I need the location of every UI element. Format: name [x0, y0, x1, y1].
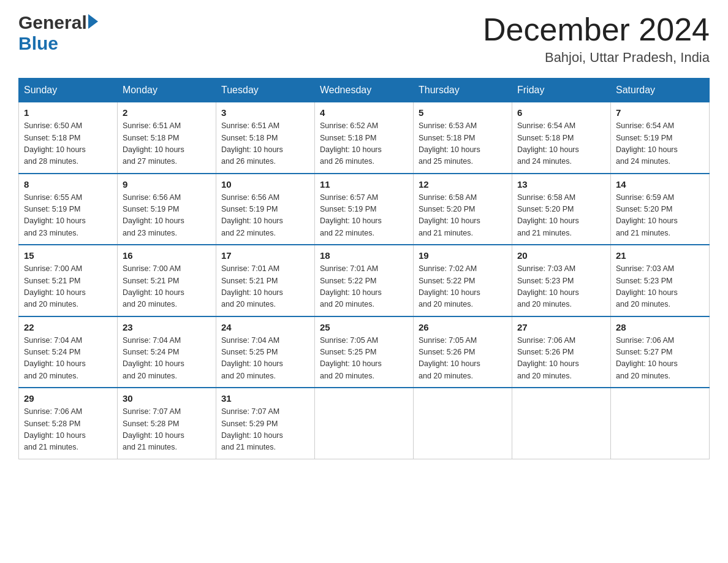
table-row: 25Sunrise: 7:05 AMSunset: 5:25 PMDayligh… [315, 316, 414, 388]
calendar-week-3: 15Sunrise: 7:00 AMSunset: 5:21 PMDayligh… [19, 245, 710, 316]
day-info: Sunrise: 6:56 AMSunset: 5:19 PMDaylight:… [123, 192, 211, 240]
day-info: Sunrise: 6:55 AMSunset: 5:19 PMDaylight:… [24, 192, 112, 240]
table-row: 16Sunrise: 7:00 AMSunset: 5:21 PMDayligh… [118, 245, 216, 316]
day-info: Sunrise: 7:04 AMSunset: 5:25 PMDaylight:… [221, 335, 309, 383]
month-title: December 2024 [483, 12, 710, 47]
calendar-week-4: 22Sunrise: 7:04 AMSunset: 5:24 PMDayligh… [19, 316, 710, 388]
day-number: 19 [419, 250, 507, 261]
table-row: 4Sunrise: 6:52 AMSunset: 5:18 PMDaylight… [315, 102, 414, 174]
day-info: Sunrise: 7:04 AMSunset: 5:24 PMDaylight:… [24, 335, 112, 383]
day-info: Sunrise: 7:07 AMSunset: 5:29 PMDaylight:… [221, 406, 309, 454]
logo-blue-text: Blue [18, 33, 58, 54]
table-row: 30Sunrise: 7:07 AMSunset: 5:28 PMDayligh… [118, 388, 216, 459]
table-row: 28Sunrise: 7:06 AMSunset: 5:27 PMDayligh… [611, 316, 710, 388]
day-info: Sunrise: 6:58 AMSunset: 5:20 PMDaylight:… [419, 192, 507, 240]
day-number: 18 [320, 250, 408, 261]
day-number: 17 [221, 250, 309, 261]
day-info: Sunrise: 6:58 AMSunset: 5:20 PMDaylight:… [517, 192, 605, 240]
day-number: 26 [419, 322, 507, 332]
day-number: 27 [517, 322, 605, 332]
day-info: Sunrise: 7:01 AMSunset: 5:22 PMDaylight:… [320, 263, 408, 311]
weekday-header-row: SundayMondayTuesdayWednesdayThursdayFrid… [19, 79, 710, 102]
day-number: 7 [616, 107, 704, 118]
table-row: 5Sunrise: 6:53 AMSunset: 5:18 PMDaylight… [414, 102, 512, 174]
day-number: 2 [123, 107, 211, 118]
table-row [611, 388, 710, 459]
page-header: General Blue December 2024 Bahjoi, Uttar… [18, 12, 710, 66]
weekday-header-sunday: Sunday [19, 79, 118, 102]
day-number: 3 [221, 107, 309, 118]
day-info: Sunrise: 7:00 AMSunset: 5:21 PMDaylight:… [123, 263, 211, 311]
day-number: 20 [517, 250, 605, 261]
day-number: 25 [320, 322, 408, 332]
table-row: 26Sunrise: 7:05 AMSunset: 5:26 PMDayligh… [414, 316, 512, 388]
calendar-table: SundayMondayTuesdayWednesdayThursdayFrid… [18, 78, 710, 459]
day-info: Sunrise: 7:06 AMSunset: 5:28 PMDaylight:… [24, 406, 112, 454]
table-row: 22Sunrise: 7:04 AMSunset: 5:24 PMDayligh… [19, 316, 118, 388]
day-info: Sunrise: 6:57 AMSunset: 5:19 PMDaylight:… [320, 192, 408, 240]
logo: General Blue [18, 12, 98, 54]
day-info: Sunrise: 7:05 AMSunset: 5:26 PMDaylight:… [419, 335, 507, 383]
day-number: 12 [419, 179, 507, 190]
table-row: 2Sunrise: 6:51 AMSunset: 5:18 PMDaylight… [118, 102, 216, 174]
weekday-header-wednesday: Wednesday [315, 79, 414, 102]
weekday-header-saturday: Saturday [611, 79, 710, 102]
day-info: Sunrise: 6:53 AMSunset: 5:18 PMDaylight:… [419, 120, 507, 168]
day-info: Sunrise: 7:06 AMSunset: 5:26 PMDaylight:… [517, 335, 605, 383]
logo-triangle-icon [88, 14, 98, 29]
table-row [414, 388, 512, 459]
day-number: 11 [320, 179, 408, 190]
table-row: 3Sunrise: 6:51 AMSunset: 5:18 PMDaylight… [216, 102, 315, 174]
day-number: 13 [517, 179, 605, 190]
table-row: 24Sunrise: 7:04 AMSunset: 5:25 PMDayligh… [216, 316, 315, 388]
day-number: 22 [24, 322, 112, 332]
day-number: 29 [24, 393, 112, 404]
day-info: Sunrise: 7:03 AMSunset: 5:23 PMDaylight:… [517, 263, 605, 311]
table-row: 18Sunrise: 7:01 AMSunset: 5:22 PMDayligh… [315, 245, 414, 316]
table-row: 8Sunrise: 6:55 AMSunset: 5:19 PMDaylight… [19, 174, 118, 245]
day-info: Sunrise: 7:07 AMSunset: 5:28 PMDaylight:… [123, 406, 211, 454]
table-row: 19Sunrise: 7:02 AMSunset: 5:22 PMDayligh… [414, 245, 512, 316]
day-info: Sunrise: 7:06 AMSunset: 5:27 PMDaylight:… [616, 335, 704, 383]
table-row: 6Sunrise: 6:54 AMSunset: 5:18 PMDaylight… [512, 102, 611, 174]
calendar-week-1: 1Sunrise: 6:50 AMSunset: 5:18 PMDaylight… [19, 102, 710, 174]
day-info: Sunrise: 7:01 AMSunset: 5:21 PMDaylight:… [221, 263, 309, 311]
title-block: December 2024 Bahjoi, Uttar Pradesh, Ind… [483, 12, 710, 66]
day-info: Sunrise: 6:51 AMSunset: 5:18 PMDaylight:… [221, 120, 309, 168]
weekday-header-monday: Monday [118, 79, 216, 102]
table-row: 13Sunrise: 6:58 AMSunset: 5:20 PMDayligh… [512, 174, 611, 245]
day-number: 21 [616, 250, 704, 261]
day-info: Sunrise: 7:04 AMSunset: 5:24 PMDaylight:… [123, 335, 211, 383]
day-number: 31 [221, 393, 309, 404]
day-info: Sunrise: 6:51 AMSunset: 5:18 PMDaylight:… [123, 120, 211, 168]
location: Bahjoi, Uttar Pradesh, India [483, 50, 710, 66]
calendar-week-2: 8Sunrise: 6:55 AMSunset: 5:19 PMDaylight… [19, 174, 710, 245]
table-row: 23Sunrise: 7:04 AMSunset: 5:24 PMDayligh… [118, 316, 216, 388]
table-row [512, 388, 611, 459]
day-info: Sunrise: 7:00 AMSunset: 5:21 PMDaylight:… [24, 263, 112, 311]
day-info: Sunrise: 7:05 AMSunset: 5:25 PMDaylight:… [320, 335, 408, 383]
table-row: 20Sunrise: 7:03 AMSunset: 5:23 PMDayligh… [512, 245, 611, 316]
table-row: 29Sunrise: 7:06 AMSunset: 5:28 PMDayligh… [19, 388, 118, 459]
weekday-header-friday: Friday [512, 79, 611, 102]
table-row: 12Sunrise: 6:58 AMSunset: 5:20 PMDayligh… [414, 174, 512, 245]
logo-general-text: General [18, 12, 87, 33]
day-info: Sunrise: 6:54 AMSunset: 5:18 PMDaylight:… [517, 120, 605, 168]
day-number: 16 [123, 250, 211, 261]
day-number: 9 [123, 179, 211, 190]
day-info: Sunrise: 6:52 AMSunset: 5:18 PMDaylight:… [320, 120, 408, 168]
table-row: 14Sunrise: 6:59 AMSunset: 5:20 PMDayligh… [611, 174, 710, 245]
day-info: Sunrise: 6:54 AMSunset: 5:19 PMDaylight:… [616, 120, 704, 168]
table-row: 7Sunrise: 6:54 AMSunset: 5:19 PMDaylight… [611, 102, 710, 174]
table-row: 31Sunrise: 7:07 AMSunset: 5:29 PMDayligh… [216, 388, 315, 459]
weekday-header-thursday: Thursday [414, 79, 512, 102]
day-number: 10 [221, 179, 309, 190]
table-row: 11Sunrise: 6:57 AMSunset: 5:19 PMDayligh… [315, 174, 414, 245]
table-row: 17Sunrise: 7:01 AMSunset: 5:21 PMDayligh… [216, 245, 315, 316]
day-number: 23 [123, 322, 211, 332]
table-row: 21Sunrise: 7:03 AMSunset: 5:23 PMDayligh… [611, 245, 710, 316]
day-info: Sunrise: 6:56 AMSunset: 5:19 PMDaylight:… [221, 192, 309, 240]
day-info: Sunrise: 7:03 AMSunset: 5:23 PMDaylight:… [616, 263, 704, 311]
day-number: 28 [616, 322, 704, 332]
table-row [315, 388, 414, 459]
